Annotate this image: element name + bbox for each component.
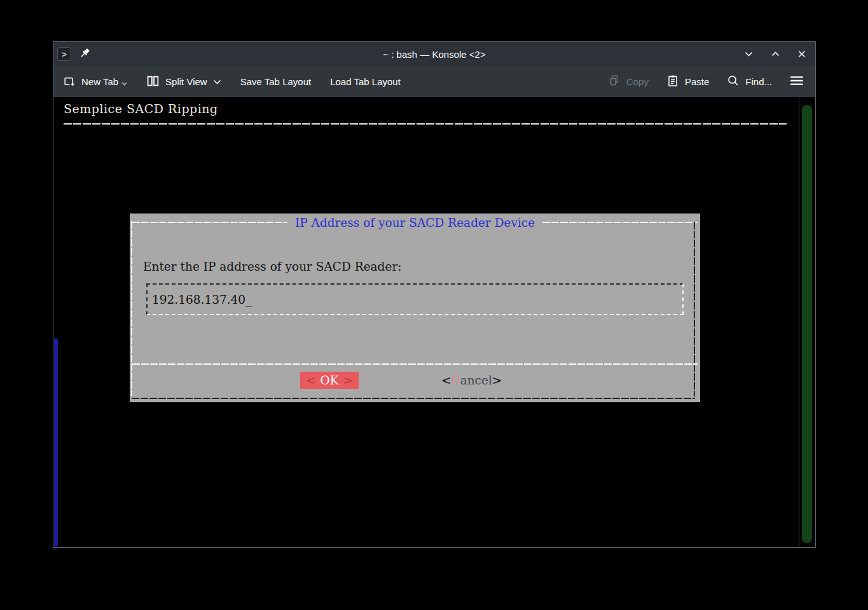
- new-tab-button[interactable]: New Tab: [62, 74, 127, 90]
- text-cursor: _: [245, 293, 251, 306]
- dialog-prompt: Enter the IP address of your SACD Reader…: [143, 260, 402, 273]
- cancel-hotkey: C: [451, 374, 460, 387]
- search-icon: [727, 74, 740, 89]
- load-tab-layout-label: Load Tab Layout: [330, 76, 401, 87]
- terminal-scrollbar[interactable]: [799, 97, 815, 547]
- split-view-button[interactable]: Split View: [146, 74, 221, 90]
- maximize-button[interactable]: [771, 50, 780, 58]
- dialog-border-dash-right: [542, 222, 698, 223]
- split-view-dropdown-chevron-icon: [213, 76, 221, 87]
- ip-address-input[interactable]: 192.168.137.40_: [146, 283, 684, 315]
- find-button[interactable]: Find...: [727, 74, 772, 89]
- copy-icon: [608, 74, 621, 89]
- dialog-title: IP Address of your SACD Reader Device: [287, 216, 542, 229]
- new-tab-icon: [62, 74, 76, 90]
- cancel-right-bracket: >: [492, 374, 502, 387]
- paste-icon: [666, 74, 679, 89]
- new-tab-dropdown-chevron-icon: [121, 77, 127, 88]
- konsole-window: ~ : bash — Konsole <2> >: [53, 41, 816, 548]
- new-tab-label: New Tab: [81, 76, 118, 87]
- window-title: ~ : bash — Konsole <2>: [53, 49, 815, 60]
- dialog-separator-line: [132, 363, 698, 365]
- minimize-button[interactable]: [744, 50, 754, 58]
- save-tab-layout-label: Save Tab Layout: [240, 76, 311, 87]
- ok-label: OK: [320, 374, 339, 387]
- dialog-border-left: [131, 221, 132, 396]
- copy-button[interactable]: Copy: [608, 74, 649, 89]
- dialog-border-dash-left: [132, 222, 287, 223]
- cancel-label-rest: ancel: [460, 374, 492, 387]
- hamburger-menu-icon: [790, 75, 804, 88]
- sacd-ip-dialog: IP Address of your SACD Reader Device En…: [130, 214, 700, 402]
- load-tab-layout-button[interactable]: Load Tab Layout: [330, 76, 401, 87]
- terminal-header-text: Semplice SACD Ripping: [64, 102, 218, 116]
- konsole-app-icon: >: [57, 47, 71, 61]
- toolbar: New Tab Split View Save Tab Layo: [53, 66, 815, 97]
- save-tab-layout-button[interactable]: Save Tab Layout: [240, 76, 311, 87]
- ok-right-bracket: >: [343, 374, 353, 387]
- scrollbar-thumb[interactable]: [802, 105, 812, 543]
- cancel-left-bracket: <: [441, 374, 451, 387]
- copy-label: Copy: [626, 76, 649, 87]
- ip-address-value: 192.168.137.40: [152, 293, 245, 306]
- close-button[interactable]: [797, 50, 806, 58]
- dialog-title-row: IP Address of your SACD Reader Device: [132, 215, 698, 229]
- find-label: Find...: [745, 76, 772, 87]
- cancel-button[interactable]: < C ancel >: [441, 372, 502, 389]
- dialog-border-right: [694, 222, 695, 396]
- terminal-horizontal-rule: [64, 123, 787, 125]
- split-view-icon: [146, 74, 160, 90]
- split-view-label: Split View: [165, 76, 207, 87]
- dialog-border-bottom: [132, 398, 695, 399]
- paste-label: Paste: [685, 76, 709, 87]
- ok-left-bracket: <: [306, 374, 316, 387]
- hamburger-menu-button[interactable]: [790, 75, 804, 88]
- titlebar[interactable]: ~ : bash — Konsole <2> >: [53, 42, 815, 66]
- left-blue-cursor-line: [54, 339, 58, 546]
- ok-button[interactable]: < OK >: [300, 372, 359, 389]
- paste-button[interactable]: Paste: [666, 74, 709, 89]
- terminal-view[interactable]: Semplice SACD Ripping IP Address of your…: [53, 97, 815, 547]
- pin-icon[interactable]: [79, 48, 90, 61]
